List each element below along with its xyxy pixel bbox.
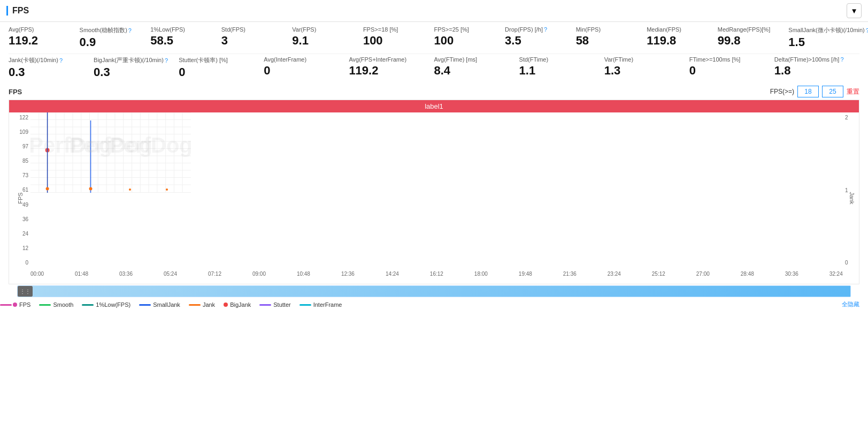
stat-item-6: FPS>=25 [%] 100 [434,26,505,48]
help-icon-r2-${i}[interactable]: ? [59,57,63,64]
chart-svg: PerfDog PerfDog PerfDog [30,112,191,193]
stat-value-2: 58.5 [150,34,221,48]
y-tick-left: 24 [11,231,28,237]
stat-item-r2-9: Delta(FTime)>100ms [/h] ? 1.8 [774,56,859,78]
jank-dot-3 [129,188,131,191]
legend-icon-3 [139,304,151,306]
legend-item-1-low-fps-[interactable]: 1%Low(FPS) [82,301,130,308]
stat-item-1: Smooth(稳帧指数) ? 0.9 [80,26,151,49]
x-tick: 27:00 [696,271,710,277]
stat-item-r2-8: FTime>=100ms [%] 0 [689,56,774,78]
legend-bar: FPS Smooth 1%Low(FPS) SmallJank Jank Big… [0,298,868,310]
legend-icon-1 [39,304,51,306]
scrollbar-handle[interactable]: ⋮⋮ [18,286,33,297]
fps-controls: FPS(>=) 重置 [770,86,859,97]
y-axis-left: 12210997857361493624120 [9,112,30,268]
stat-item-3: Std(FPS) 3 [221,26,293,48]
legend: FPS Smooth 1%Low(FPS) SmallJank Jank Big… [0,298,342,310]
stat-label-3: Std(FPS) [221,26,293,33]
y-tick-left: 97 [11,143,28,149]
stat-label-11: SmallJank(微小卡顿)(/10min) ? [788,26,859,34]
chart-title: FPS [9,88,22,96]
stat-value-r2-3: 0 [264,64,349,78]
stat-value-9: 119.8 [647,34,718,48]
help-icon-r2-${i}[interactable]: ? [165,57,168,64]
stat-label-2: 1%Low(FPS) [150,26,221,33]
stat-value-r2-8: 0 [689,64,774,78]
y-tick-right: 2 [845,115,857,120]
stat-value-r2-2: 0 [179,65,264,79]
stat-label-r2-2: Stutter(卡顿率) [%] [179,56,264,64]
legend-item-bigjank[interactable]: BigJank [224,301,251,308]
stat-value-7: 3.5 [505,34,576,48]
fps-input-25[interactable] [822,86,843,97]
x-tick: 32:24 [829,271,843,277]
chart-scrollbar[interactable]: ⋮⋮ [17,285,851,297]
x-tick: 03:36 [119,271,133,277]
legend-item-stutter[interactable]: Stutter [259,301,290,308]
jank-dot-2 [89,187,93,191]
y-tick-left: 109 [11,129,28,135]
y-tick-left: 85 [11,158,28,164]
header-right: ▼ [847,3,862,18]
fps-input-18[interactable] [797,86,819,97]
legend-icon-4 [189,304,201,306]
stat-value-6: 100 [434,34,505,48]
y-axis-jank-label: Jank [848,192,855,204]
x-tick: 23:24 [608,271,621,277]
stat-item-r2-7: Var(FTime) 1.3 [604,56,689,78]
dropdown-button[interactable]: ▼ [847,3,862,18]
legend-item-interframe[interactable]: InterFrame [299,301,342,308]
stat-label-6: FPS>=25 [%] [434,26,505,33]
chart-header: FPS FPS(>=) 重置 [9,86,859,97]
help-icon-${i}[interactable]: ? [128,27,132,34]
watermark-right: PerfDog [109,133,191,157]
stat-label-r2-5: Avg(FTime) [ms] [434,56,519,63]
reset-button[interactable]: 重置 [847,87,859,96]
stat-value-r2-5: 8.4 [434,64,519,78]
stat-label-r2-1: BigJank(严重卡顿)(/10min) ? [94,56,179,64]
jank-dot-1 [46,187,49,191]
legend-item-fps[interactable]: FPS [0,301,30,308]
stat-item-r2-1: BigJank(严重卡顿)(/10min) ? 0.3 [94,56,179,79]
stat-label-10: MedRange(FPS)[%] [718,26,789,33]
legend-icon-7 [299,304,311,306]
chart-area[interactable]: 12210997857361493624120 210 FPS Jank [9,112,859,284]
x-tick: 21:36 [563,271,577,277]
x-tick: 14:24 [386,271,399,277]
stat-label-7: Drop(FPS) [/h] ? [505,26,576,33]
x-tick: 25:12 [652,271,665,277]
stat-label-r2-0: Jank(卡顿)(/10min) ? [9,56,94,64]
stats-row-1: Avg(FPS) 119.2 Smooth(稳帧指数) ? 0.9 1%Low(… [9,26,859,49]
x-tick: 10:48 [297,271,310,277]
stat-item-r2-2: Stutter(卡顿率) [%] 0 [179,56,264,79]
legend-item-smooth[interactable]: Smooth [39,301,73,308]
legend-label-0: FPS [19,301,30,308]
stat-label-r2-4: Avg(FPS+InterFrame) [349,56,434,63]
stat-label-8: Min(FPS) [576,26,647,33]
x-tick: 19:48 [519,271,532,277]
x-tick: 18:00 [474,271,488,277]
stat-label-r2-6: Std(FTime) [519,56,604,63]
stat-item-r2-3: Avg(InterFrame) 0 [264,56,349,78]
stat-label-4: Var(FPS) [292,26,363,33]
legend-label-2: 1%Low(FPS) [96,301,130,308]
help-icon-${i}[interactable]: ? [544,26,547,33]
x-tick: 28:48 [741,271,754,277]
legend-label-7: InterFrame [313,301,342,308]
stat-item-r2-4: Avg(FPS+InterFrame) 119.2 [349,56,434,78]
stat-value-r2-9: 1.8 [774,64,859,78]
stat-value-r2-7: 1.3 [604,64,689,78]
y-tick-right: 0 [845,260,857,266]
scrollbar-fill [33,286,850,297]
stat-item-r2-5: Avg(FTime) [ms] 8.4 [434,56,519,78]
legend-item-smalljank[interactable]: SmallJank [139,301,180,308]
hide-all-button[interactable]: 全隐藏 [842,300,859,308]
x-axis: 00:0001:4803:3605:2407:1209:0010:4812:36… [30,269,843,284]
stat-value-1: 0.9 [80,35,151,49]
help-icon-r2-${i}[interactable]: ? [840,56,843,63]
stat-item-4: Var(FPS) 9.1 [292,26,363,48]
legend-item-jank[interactable]: Jank [189,301,215,308]
help-icon-${i}[interactable]: ? [866,27,868,34]
stat-value-4: 9.1 [292,34,363,48]
